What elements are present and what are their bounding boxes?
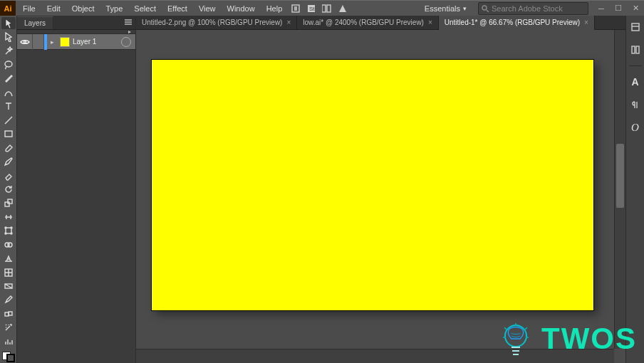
arrange-docs-icon[interactable] — [319, 1, 335, 16]
svg-rect-8 — [8, 199, 12, 204]
svg-point-24 — [505, 325, 526, 347]
rectangle-tool[interactable] — [1, 128, 16, 140]
workspace-switcher[interactable]: Essentials ▾ — [417, 1, 474, 16]
search-stock-input[interactable]: Search Adobe Stock — [478, 2, 588, 15]
selection-tool[interactable] — [1, 17, 16, 29]
menu-view[interactable]: View — [193, 1, 222, 16]
mesh-tool[interactable] — [1, 266, 16, 278]
direct-selection-tool[interactable] — [1, 31, 16, 43]
lock-toggle[interactable] — [33, 34, 44, 50]
document-tab[interactable]: Untitled-1* @ 66.67% (RGB/GPU Preview) × — [439, 16, 595, 30]
svg-point-15 — [8, 243, 12, 247]
width-tool[interactable] — [1, 211, 16, 223]
pen-tool[interactable] — [1, 73, 16, 85]
svg-rect-19 — [9, 312, 12, 315]
document-tab-label: Untitled-1* @ 66.67% (RGB/GPU Preview) — [445, 19, 580, 26]
layer-row[interactable]: ▸ Layer 1 — [17, 34, 135, 50]
search-icon — [482, 5, 489, 12]
scale-tool[interactable] — [1, 197, 16, 209]
paragraph-panel-icon[interactable] — [628, 98, 643, 112]
properties-panel-icon[interactable] — [628, 20, 643, 34]
shape-builder-tool[interactable] — [1, 238, 16, 251]
watermark: TWOS — [496, 319, 637, 359]
libraries-panel-icon[interactable] — [628, 43, 643, 57]
document-tab-label: low.ai* @ 2400% (RGB/GPU Preview) — [303, 19, 424, 26]
curvature-tool[interactable] — [1, 86, 16, 98]
layer-name-label[interactable]: Layer 1 — [73, 38, 121, 46]
bridge-icon[interactable] — [288, 1, 303, 16]
panel-menu-icon[interactable] — [121, 15, 135, 29]
menu-edit[interactable]: Edit — [41, 1, 66, 16]
svg-text:St: St — [309, 6, 315, 12]
document-tab-strip: Untitled-2.png @ 100% (RGB/GPU Preview) … — [136, 16, 625, 30]
layer-target-icon[interactable] — [121, 37, 131, 47]
menu-type[interactable]: Type — [100, 1, 129, 16]
svg-rect-23 — [636, 46, 639, 53]
menu-window[interactable]: Window — [222, 1, 261, 16]
glyphs-panel-icon[interactable]: O — [628, 120, 643, 135]
search-placeholder: Search Adobe Stock — [492, 4, 563, 13]
close-button[interactable]: ✕ — [627, 1, 644, 16]
column-graph-tool[interactable] — [1, 335, 16, 347]
gpu-icon[interactable] — [335, 1, 350, 16]
rotate-tool[interactable] — [1, 183, 16, 195]
panel-collapse-icon[interactable]: ▸ — [128, 30, 131, 33]
visibility-toggle[interactable] — [17, 34, 33, 50]
document-tab-label: Untitled-2.png @ 100% (RGB/GPU Preview) — [142, 19, 282, 26]
svg-rect-22 — [632, 46, 635, 53]
magic-wand-tool[interactable] — [1, 45, 16, 57]
workspace-label: Essentials — [425, 4, 460, 13]
svg-point-20 — [24, 41, 26, 43]
svg-rect-21 — [632, 23, 639, 31]
scrollbar-thumb[interactable] — [616, 144, 624, 208]
expand-layer-icon[interactable]: ▸ — [47, 38, 57, 46]
pencil-tool[interactable] — [1, 155, 16, 167]
layer-thumbnail — [60, 37, 70, 47]
lasso-tool[interactable] — [1, 58, 16, 70]
toolbox — [0, 16, 17, 363]
chevron-down-icon: ▾ — [463, 5, 467, 12]
app-logo: Ai — [0, 1, 16, 16]
free-transform-tool[interactable] — [1, 225, 16, 237]
stroke-swatch[interactable] — [6, 354, 15, 362]
svg-rect-4 — [327, 5, 331, 12]
close-tab-icon[interactable]: × — [428, 19, 432, 26]
stock-icon[interactable]: St — [303, 1, 319, 16]
eyedropper-tool[interactable] — [1, 294, 16, 306]
character-panel-icon[interactable]: A — [628, 75, 643, 89]
svg-point-5 — [482, 6, 487, 10]
menu-file[interactable]: File — [17, 1, 41, 16]
right-dock: A O — [625, 16, 644, 363]
menu-help[interactable]: Help — [261, 1, 289, 16]
minimize-button[interactable]: ─ — [593, 1, 610, 16]
artboard[interactable] — [152, 60, 593, 310]
fill-stroke-swatch[interactable] — [1, 351, 16, 363]
type-tool[interactable] — [1, 100, 16, 112]
blend-tool[interactable] — [1, 307, 16, 320]
document-tab[interactable]: Untitled-2.png @ 100% (RGB/GPU Preview) … — [136, 16, 297, 30]
perspective-grid-tool[interactable] — [1, 252, 16, 264]
paintbrush-tool[interactable] — [1, 142, 16, 154]
menu-object[interactable]: Object — [66, 1, 100, 16]
menu-effect[interactable]: Effect — [162, 1, 193, 16]
vertical-scrollbar[interactable] — [614, 30, 625, 349]
svg-rect-6 — [5, 131, 12, 137]
canvas-viewport[interactable] — [136, 30, 625, 363]
svg-rect-7 — [5, 202, 9, 206]
eraser-tool[interactable] — [1, 169, 16, 182]
symbol-sprayer-tool[interactable] — [1, 322, 16, 334]
document-tab[interactable]: low.ai* @ 2400% (RGB/GPU Preview) × — [297, 16, 439, 30]
close-tab-icon[interactable]: × — [584, 19, 588, 26]
close-tab-icon[interactable]: × — [286, 19, 291, 26]
layers-tab[interactable]: Layers — [17, 16, 53, 29]
layers-panel: Layers ▸ ▸ Layer 1 — [17, 16, 136, 363]
line-tool[interactable] — [1, 114, 16, 126]
maximize-button[interactable]: ☐ — [610, 1, 627, 16]
lightbulb-icon — [496, 319, 536, 359]
window-buttons: ─ ☐ ✕ — [593, 1, 644, 16]
gradient-tool[interactable] — [1, 280, 16, 292]
eye-icon — [20, 38, 30, 46]
document-area: Untitled-2.png @ 100% (RGB/GPU Preview) … — [136, 16, 625, 363]
watermark-text: TWOS — [541, 322, 637, 356]
menu-select[interactable]: Select — [128, 1, 162, 16]
